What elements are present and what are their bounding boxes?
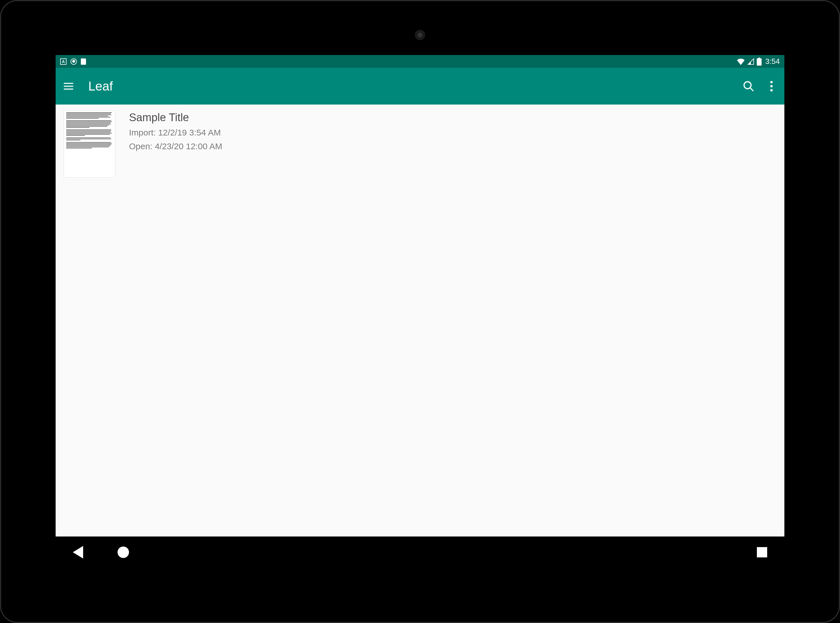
- overflow-menu-button[interactable]: [765, 80, 777, 92]
- search-icon: [743, 80, 755, 92]
- svg-point-4: [770, 81, 772, 83]
- nav-home-button[interactable]: [117, 546, 129, 558]
- device-screen: A 3:54 Leaf: [55, 55, 785, 568]
- document-title: Sample Title: [129, 111, 222, 124]
- document-list-item[interactable]: Sample Title Import: 12/2/19 3:54 AM Ope…: [64, 110, 776, 178]
- notification-a-icon: A: [60, 58, 66, 65]
- system-nav-bar: [55, 537, 785, 568]
- hamburger-icon: [63, 80, 74, 92]
- document-info: Sample Title Import: 12/2/19 3:54 AM Ope…: [129, 110, 222, 178]
- app-bar-actions: [743, 80, 777, 92]
- svg-point-5: [770, 85, 772, 87]
- status-left-icons: A: [60, 58, 86, 65]
- app-bar: Leaf: [55, 68, 785, 104]
- app-title: Leaf: [88, 79, 113, 94]
- svg-rect-1: [758, 58, 760, 59]
- svg-rect-0: [757, 58, 762, 65]
- status-right-icons: 3:54: [737, 57, 780, 66]
- notification-document-icon: [81, 58, 86, 65]
- document-import-date: Import: 12/2/19 3:54 AM: [129, 128, 222, 138]
- menu-button[interactable]: [63, 80, 75, 92]
- document-open-date: Open: 4/23/20 12:00 AM: [129, 141, 222, 151]
- content-area: Sample Title Import: 12/2/19 3:54 AM Ope…: [55, 104, 785, 537]
- svg-line-3: [750, 87, 753, 91]
- svg-point-6: [770, 89, 772, 91]
- status-bar: A 3:54: [55, 55, 785, 68]
- tablet-device-frame: A 3:54 Leaf: [0, 0, 840, 623]
- wifi-icon: [737, 58, 745, 65]
- nav-recent-button[interactable]: [757, 547, 767, 557]
- document-thumbnail: [64, 110, 115, 178]
- more-vert-icon: [770, 81, 773, 92]
- cellular-icon: [748, 58, 754, 65]
- camera-dot: [415, 30, 425, 40]
- search-button[interactable]: [743, 80, 755, 92]
- status-time: 3:54: [765, 57, 780, 66]
- battery-icon: [757, 58, 762, 66]
- nav-back-button[interactable]: [73, 546, 83, 559]
- notification-circle-icon: [71, 58, 77, 65]
